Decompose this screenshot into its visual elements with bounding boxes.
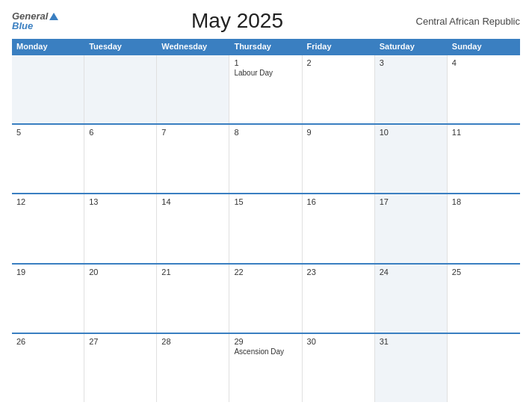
table-row: 18 — [448, 194, 520, 262]
col-saturday: Saturday — [375, 39, 448, 54]
day-number: 30 — [307, 337, 370, 346]
table-row: 12 — [12, 194, 84, 262]
table-row — [448, 334, 520, 402]
table-row — [12, 55, 84, 123]
day-number: 4 — [452, 58, 516, 67]
logo: General Blue — [12, 11, 58, 31]
table-row: 3 — [375, 55, 448, 123]
day-number: 13 — [89, 197, 152, 206]
day-number: 23 — [307, 268, 370, 276]
day-number: 10 — [380, 128, 442, 137]
day-number: 31 — [380, 337, 442, 346]
col-sunday: Sunday — [448, 39, 520, 54]
table-row: 1 Labour Day — [229, 55, 302, 123]
week-2: 5 6 7 8 9 10 11 — [12, 123, 520, 193]
logo-blue-text: Blue — [12, 21, 58, 31]
logo-triangle-icon — [49, 13, 58, 20]
table-row: 22 — [229, 265, 302, 333]
week-1: 1 Labour Day 2 3 4 — [12, 54, 520, 123]
day-number: 24 — [380, 268, 442, 276]
day-number: 28 — [161, 337, 224, 346]
table-row: 7 — [157, 125, 229, 193]
table-row: 25 — [448, 265, 520, 333]
day-number: 8 — [234, 128, 297, 137]
col-friday: Friday — [303, 39, 375, 54]
day-number: 19 — [16, 268, 79, 276]
table-row: 19 — [12, 265, 84, 333]
table-row: 6 — [84, 125, 157, 193]
table-row: 16 — [303, 194, 375, 262]
table-row: 28 — [157, 334, 229, 402]
table-row: 26 — [12, 334, 84, 402]
table-row: 17 — [375, 194, 448, 262]
table-row: 27 — [84, 334, 157, 402]
day-number: 16 — [307, 197, 370, 206]
table-row: 29 Ascension Day — [229, 334, 302, 402]
table-row: 31 — [375, 334, 448, 402]
day-number: 7 — [161, 128, 224, 137]
calendar-header: Monday Tuesday Wednesday Thursday Friday… — [12, 39, 520, 54]
day-number: 21 — [161, 268, 224, 276]
day-number: 9 — [307, 128, 370, 137]
day-number: 14 — [161, 197, 224, 206]
table-row: 13 — [84, 194, 157, 262]
calendar: Monday Tuesday Wednesday Thursday Friday… — [12, 39, 520, 402]
day-number: 25 — [452, 268, 516, 276]
week-3: 12 13 14 15 16 17 18 — [12, 193, 520, 262]
table-row: 24 — [375, 265, 448, 333]
day-number: 15 — [234, 197, 297, 206]
table-row: 4 — [448, 55, 520, 123]
table-row: 9 — [303, 125, 375, 193]
day-number: 20 — [89, 268, 152, 276]
table-row: 23 — [303, 265, 375, 333]
table-row — [157, 55, 229, 123]
day-number: 3 — [380, 58, 442, 67]
week-4: 19 20 21 22 23 24 25 — [12, 263, 520, 333]
day-number: 2 — [307, 58, 370, 67]
header: General Blue May 2025 Central African Re… — [12, 9, 520, 33]
table-row: 5 — [12, 125, 84, 193]
day-event: Labour Day — [234, 69, 297, 77]
table-row: 20 — [84, 265, 157, 333]
day-number: 5 — [16, 128, 79, 137]
table-row: 15 — [229, 194, 302, 262]
day-number: 29 — [234, 337, 297, 346]
day-number: 18 — [452, 197, 516, 206]
page-title: May 2025 — [191, 9, 283, 33]
col-wednesday: Wednesday — [157, 39, 229, 54]
day-number: 17 — [380, 197, 442, 206]
country-label: Central African Republic — [416, 16, 520, 27]
table-row: 21 — [157, 265, 229, 333]
table-row: 14 — [157, 194, 229, 262]
table-row: 30 — [303, 334, 375, 402]
day-event: Ascension Day — [234, 347, 297, 356]
day-number: 6 — [89, 128, 152, 137]
col-thursday: Thursday — [229, 39, 302, 54]
calendar-body: 1 Labour Day 2 3 4 5 6 — [12, 54, 520, 402]
day-number: 27 — [89, 337, 152, 346]
day-number: 12 — [16, 197, 79, 206]
day-number: 1 — [234, 58, 297, 67]
table-row: 2 — [303, 55, 375, 123]
col-tuesday: Tuesday — [84, 39, 157, 54]
day-number: 22 — [234, 268, 297, 276]
table-row — [84, 55, 157, 123]
table-row: 10 — [375, 125, 448, 193]
day-number: 11 — [452, 128, 516, 137]
col-monday: Monday — [12, 39, 84, 54]
calendar-page: General Blue May 2025 Central African Re… — [0, 0, 532, 411]
day-number: 26 — [16, 337, 79, 346]
table-row: 11 — [448, 125, 520, 193]
table-row: 8 — [229, 125, 302, 193]
week-5: 26 27 28 29 Ascension Day 30 31 — [12, 333, 520, 402]
